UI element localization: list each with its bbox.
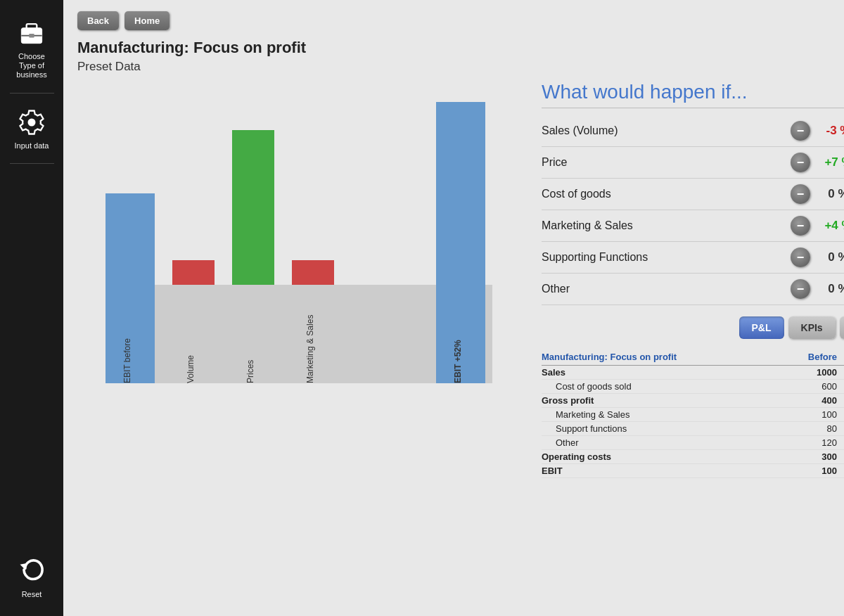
- sidebar-item-reset[interactable]: Reset: [0, 545, 63, 609]
- pl-col-before-header: Before: [795, 352, 844, 362]
- whatif-minus-other[interactable]: −: [791, 279, 810, 299]
- whatif-minus-price[interactable]: −: [791, 153, 810, 172]
- sidebar-item-input-data-label: Input data: [15, 141, 49, 150]
- whatif-label-supporting-functions: Supporting Functions: [542, 251, 784, 264]
- pl-row-label: Other: [556, 437, 795, 448]
- pl-row-before: 400: [795, 395, 844, 406]
- sidebar-item-input-data[interactable]: Input data: [0, 96, 63, 160]
- pl-table-row: Sales10001038: [542, 366, 844, 380]
- whatif-value-sales-volume: -3 %: [817, 124, 844, 138]
- whatif-value-supporting-functions: 0 %: [817, 250, 844, 264]
- back-button[interactable]: Back: [77, 11, 119, 30]
- whatif-value-cost-of-goods: 0 %: [817, 187, 844, 201]
- svg-rect-1: [27, 24, 37, 29]
- sidebar-item-choose-business[interactable]: Choose Type of business: [0, 7, 63, 90]
- whatif-row-price: Price−+7 %+: [542, 147, 844, 179]
- whatif-label-sales-volume: Sales (Volume): [542, 124, 784, 137]
- pl-table-row: Marketing & Sales100104: [542, 408, 844, 422]
- label-ebit-after: EBIT +52%: [453, 340, 463, 383]
- pl-row-label: Sales: [542, 367, 795, 378]
- pl-table: Manufacturing: Focus on profit Before Af…: [542, 350, 844, 478]
- bar-volume: [172, 260, 215, 285]
- pl-row-before: 100: [795, 409, 844, 420]
- pl-table-row: Other120120: [542, 436, 844, 450]
- gear-icon: [15, 106, 48, 139]
- whatif-title: What would happen if...: [542, 81, 844, 108]
- label-prices: Prices: [245, 360, 255, 383]
- whatif-minus-supporting-functions[interactable]: −: [791, 248, 810, 267]
- right-panel: What would happen if... Sales (Volume)−-…: [528, 81, 844, 605]
- sidebar-divider-1: [10, 93, 54, 94]
- whatif-label-other: Other: [542, 283, 784, 295]
- whatif-minus-marketing-sales[interactable]: −: [791, 216, 810, 236]
- pl-row-before: 80: [795, 423, 844, 434]
- pl-row-before: 120: [795, 437, 844, 448]
- whatif-minus-cost-of-goods[interactable]: −: [791, 184, 810, 204]
- waterfall-chart: EBIT before Volume Prices Marketing & Sa…: [77, 81, 528, 376]
- svg-rect-3: [29, 34, 34, 38]
- pl-table-rows: Sales10001038Cost of goods sold600582Gro…: [542, 366, 844, 478]
- whatif-label-price: Price: [542, 156, 784, 169]
- pl-table-row: EBIT100152: [542, 464, 844, 478]
- whatif-row-sales-volume: Sales (Volume)−-3 %+: [542, 115, 844, 147]
- whatif-rows: Sales (Volume)−-3 %+Price−+7 %+Cost of g…: [542, 115, 844, 305]
- home-button[interactable]: Home: [124, 11, 170, 30]
- page-title: Manufacturing: Focus on profit: [77, 39, 844, 57]
- pl-row-before: 100: [795, 466, 844, 476]
- whatif-minus-sales-volume[interactable]: −: [791, 121, 810, 141]
- pl-button-hide[interactable]: Hide: [840, 316, 844, 339]
- whatif-row-marketing-sales: Marketing & Sales−+4 %+: [542, 210, 844, 242]
- pl-buttons: P&LKPIsHide: [542, 316, 844, 339]
- sidebar: Choose Type of business Input data Reset: [0, 0, 63, 616]
- whatif-value-marketing-sales: +4 %: [817, 219, 844, 233]
- whatif-row-supporting-functions: Supporting Functions−0 %+: [542, 242, 844, 274]
- whatif-label-cost-of-goods: Cost of goods: [542, 188, 784, 200]
- label-ebit-before: EBIT before: [122, 338, 132, 383]
- whatif-value-price: +7 %: [817, 155, 844, 169]
- pl-row-label: Gross profit: [542, 395, 795, 406]
- waterfall-svg: EBIT before Volume Prices Marketing & Sa…: [77, 81, 528, 383]
- label-marketing-sales: Marketing & Sales: [305, 315, 315, 383]
- undo-icon: [15, 555, 48, 587]
- topbar: Back Home: [77, 11, 844, 30]
- pl-button-kpis[interactable]: KPIs: [788, 316, 836, 339]
- content-area: EBIT before Volume Prices Marketing & Sa…: [77, 81, 844, 605]
- bar-marketing: [292, 260, 334, 285]
- whatif-value-other: 0 %: [817, 282, 844, 296]
- pl-row-label: Support functions: [556, 423, 795, 434]
- pl-table-header: Manufacturing: Focus on profit Before Af…: [542, 350, 844, 366]
- pl-table-row: Gross profit400456: [542, 394, 844, 408]
- pl-row-before: 1000: [795, 367, 844, 378]
- pl-col-title: Manufacturing: Focus on profit: [542, 352, 795, 362]
- pl-row-label: Marketing & Sales: [556, 409, 795, 420]
- whatif-label-marketing-sales: Marketing & Sales: [542, 219, 784, 232]
- bar-prices: [232, 130, 274, 285]
- pl-table-row: Operating costs300304: [542, 450, 844, 464]
- main-content: Back Home Manufacturing: Focus on profit…: [63, 0, 844, 616]
- preset-label: Preset Data: [77, 60, 844, 74]
- label-volume: Volume: [186, 355, 196, 383]
- whatif-row-other: Other−0 %+: [542, 274, 844, 305]
- pl-row-label: Cost of goods sold: [556, 381, 795, 392]
- chart-section: EBIT before Volume Prices Marketing & Sa…: [77, 81, 528, 605]
- pl-row-label: Operating costs: [542, 451, 795, 462]
- sidebar-item-reset-label: Reset: [22, 590, 42, 599]
- sidebar-item-choose-business-label: Choose Type of business: [16, 52, 46, 80]
- briefcase-icon: [15, 17, 48, 49]
- pl-button-pl[interactable]: P&L: [739, 316, 784, 339]
- sidebar-divider-2: [10, 163, 54, 164]
- whatif-row-cost-of-goods: Cost of goods−0 %+: [542, 179, 844, 210]
- pl-table-row: Support functions8080: [542, 422, 844, 436]
- pl-row-before: 300: [795, 451, 844, 462]
- pl-row-before: 600: [795, 381, 844, 392]
- pl-row-label: EBIT: [542, 466, 795, 476]
- pl-table-row: Cost of goods sold600582: [542, 380, 844, 394]
